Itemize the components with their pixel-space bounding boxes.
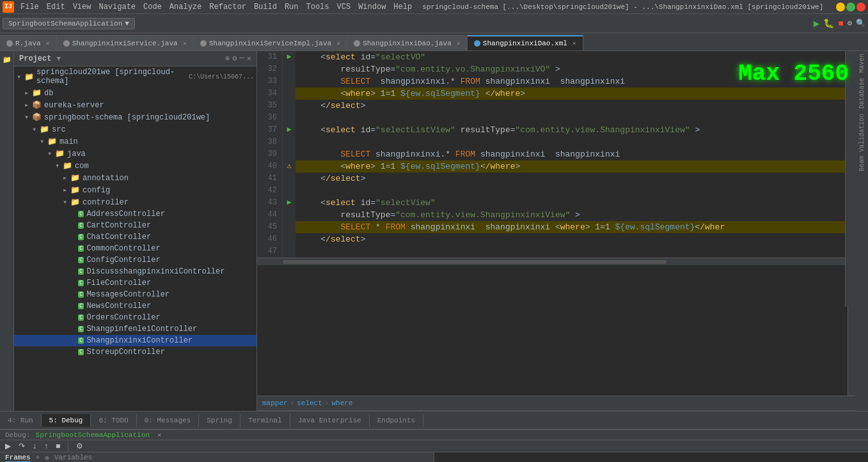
tab-3[interactable]: ShangpinxinxiDao.java✕: [347, 35, 468, 50]
tree-item-23[interactable]: CStoreupController: [14, 346, 256, 358]
run-button[interactable]: ▶: [814, 17, 820, 30]
bottom-tab-3[interactable]: 0: Messages: [137, 414, 200, 427]
menu-item-navigate[interactable]: Navigate: [95, 1, 139, 13]
bottom-tab-0[interactable]: 4: Run: [0, 414, 42, 427]
tab-close-2[interactable]: ✕: [336, 40, 340, 47]
code-line-42: 42: [257, 185, 848, 197]
horizontal-scrollbar[interactable]: [257, 258, 848, 265]
breadcrumb-item-1[interactable]: select: [297, 399, 322, 407]
project-selector[interactable]: SpringbootSchemaApplication ▼: [3, 18, 135, 29]
menu-item-analyze[interactable]: Analyze: [166, 1, 205, 13]
tree-item-12[interactable]: CCartController: [14, 220, 256, 231]
tree-item-0[interactable]: ▾📁springcloud201we [springcloud-schema]C…: [14, 66, 256, 87]
tab-2[interactable]: ShangpinxinxiServiceImpl.java✕: [194, 35, 347, 50]
maximize-button[interactable]: [846, 3, 855, 12]
tab-1[interactable]: ShangpinxinxiService.java✕: [57, 35, 194, 50]
menu-item-refactor[interactable]: Refactor: [205, 1, 250, 13]
frames-add[interactable]: ⊕: [45, 454, 49, 462]
tree-icon-1: 📁: [32, 88, 42, 98]
tree-item-15[interactable]: CConfigController: [14, 254, 256, 266]
minimize-button[interactable]: [836, 3, 845, 12]
scrollbar-thumb[interactable]: [283, 260, 667, 264]
tree-settings-btn[interactable]: ⚙: [232, 54, 237, 63]
tree-title: Project: [19, 54, 51, 63]
tab-close-1[interactable]: ✕: [183, 40, 187, 47]
sidebar-project-icon[interactable]: 📁: [1, 54, 13, 65]
tree-collapse-btn[interactable]: ⊕: [225, 54, 230, 63]
breadcrumb-item-0[interactable]: mapper: [262, 399, 288, 407]
debug-step-into-btn[interactable]: ↓: [30, 440, 39, 452]
frames-tab[interactable]: Frames: [5, 454, 31, 462]
database-label[interactable]: Database: [858, 78, 865, 109]
tree-item-4[interactable]: ▾📁src: [14, 123, 256, 135]
menu-item-tools[interactable]: Tools: [303, 1, 333, 13]
tree-item-7[interactable]: ▾📁com: [14, 160, 256, 172]
tree-item-10[interactable]: ▾📁controller: [14, 196, 256, 208]
stop-button[interactable]: ■: [838, 19, 843, 29]
tree-item-21[interactable]: CShangpinfenleiController: [14, 323, 256, 335]
debug-button[interactable]: 🐛: [823, 18, 834, 29]
tree-close-btn[interactable]: ✕: [247, 54, 251, 63]
menu-item-view[interactable]: View: [69, 1, 95, 13]
tree-item-18[interactable]: CMessagesController: [14, 289, 256, 300]
bottom-tab-6[interactable]: Java Enterprise: [290, 414, 370, 427]
breadcrumb-item-2[interactable]: where: [331, 399, 352, 407]
debug-step-over-btn[interactable]: ↷: [16, 440, 28, 452]
tree-item-2[interactable]: ▸📦eureka-server: [14, 99, 256, 111]
menu-item-help[interactable]: Help: [390, 1, 416, 13]
tree-item-1[interactable]: ▸📁db: [14, 87, 256, 99]
debug-stop-btn[interactable]: ■: [53, 440, 63, 452]
tree-item-22[interactable]: CShangpinxinxiController: [14, 335, 256, 346]
run-gutter-icon[interactable]: ▶: [287, 124, 291, 136]
tab-close-0[interactable]: ✕: [46, 40, 50, 47]
tree-item-16[interactable]: CDiscussshangpinxinxiController: [14, 266, 256, 277]
app-icon: IJ: [3, 1, 14, 13]
close-button[interactable]: [856, 3, 865, 12]
tree-item-11[interactable]: CAddressController: [14, 208, 256, 220]
tab-0[interactable]: R.java✕: [0, 35, 57, 50]
tree-minimize-btn[interactable]: ─: [240, 54, 244, 63]
tree-item-13[interactable]: CChatController: [14, 231, 256, 243]
bottom-tab-5[interactable]: Terminal: [241, 414, 290, 427]
search-button[interactable]: 🔍: [856, 19, 865, 28]
tree-item-17[interactable]: CFileController: [14, 277, 256, 289]
debug-settings-btn[interactable]: ⚙: [74, 440, 86, 452]
tree-item-8[interactable]: ▸📁annotation: [14, 172, 256, 184]
debug-close[interactable]: ✕: [157, 431, 162, 439]
line-gutter-46: [283, 233, 296, 245]
tree-item-9[interactable]: ▸📁config: [14, 184, 256, 196]
menu-item-code[interactable]: Code: [139, 1, 166, 13]
bottom-tab-1[interactable]: 5: Debug: [42, 414, 91, 427]
menu-item-run[interactable]: Run: [281, 1, 303, 13]
tab-close-4[interactable]: ✕: [572, 40, 576, 47]
bottom-tab-7[interactable]: Endpoints: [370, 414, 423, 427]
bottom-tab-2[interactable]: 6: TODO: [91, 414, 136, 427]
menu-item-edit[interactable]: Edit: [43, 1, 69, 13]
run-gutter-icon[interactable]: ▶: [287, 197, 291, 209]
tab-close-3[interactable]: ✕: [457, 40, 461, 47]
tree-item-14[interactable]: CCommonController: [14, 243, 256, 254]
warn-gutter-icon[interactable]: ⚠: [287, 160, 291, 173]
tree-icon-7: 📁: [63, 161, 72, 171]
code-line-37: 37▶ <select id="selectListView" resultTy…: [257, 124, 848, 136]
menu-item-window[interactable]: Window: [354, 1, 390, 13]
settings-button[interactable]: ⚙: [848, 19, 852, 28]
tree-dropdown-icon[interactable]: ▼: [56, 55, 61, 63]
tree-item-6[interactable]: ▾📁java: [14, 148, 256, 160]
menu-item-build[interactable]: Build: [250, 1, 281, 13]
debug-resume-btn[interactable]: ▶: [3, 440, 13, 452]
beam-validation-label[interactable]: Beam Validation: [858, 114, 865, 171]
code-content[interactable]: 31▶ <select id="selectVO"32 resultType="…: [257, 51, 848, 396]
tree-item-20[interactable]: COrdersController: [14, 312, 256, 323]
bottom-tab-4[interactable]: Spring: [199, 414, 241, 427]
variables-tab[interactable]: Variables: [54, 454, 92, 462]
run-gutter-icon[interactable]: ▶: [287, 51, 291, 63]
menu-item-file[interactable]: File: [17, 1, 43, 13]
tree-item-19[interactable]: CNewsController: [14, 300, 256, 312]
debug-step-out-btn[interactable]: ↑: [42, 440, 51, 452]
tree-item-5[interactable]: ▾📁main: [14, 135, 256, 148]
menu-item-vcs[interactable]: VCS: [333, 1, 355, 13]
tab-4[interactable]: ShangpinxinxiDao.xml✕: [468, 35, 583, 50]
tree-item-3[interactable]: ▾📦springboot-schema [springcloud201we]: [14, 111, 256, 123]
maven-label[interactable]: Maven: [858, 54, 865, 73]
